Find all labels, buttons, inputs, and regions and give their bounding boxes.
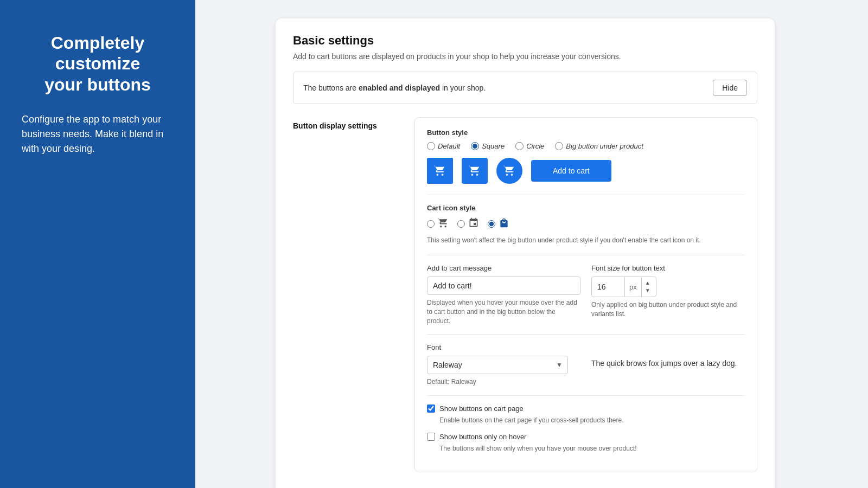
add-to-cart-message-hint: Displayed when you hover your mouse over… [427, 298, 580, 325]
cart-icon-2 [468, 217, 479, 230]
left-panel-description: Configure the app to match your business… [22, 112, 174, 156]
cart-icon-hint: This setting won't affect the big button… [427, 235, 745, 245]
font-select[interactable]: Raleway Arial Georgia Helvetica Verdana [427, 356, 568, 374]
radio-square[interactable]: Square [471, 142, 505, 150]
radio-circle-input[interactable] [515, 142, 524, 150]
settings-label: Button display settings [293, 117, 401, 472]
radio-big-button-input[interactable] [555, 142, 563, 150]
number-arrow-up[interactable]: ▲ [642, 279, 654, 287]
font-label: Font [427, 343, 580, 351]
cart-radio-3-input[interactable] [488, 220, 495, 228]
font-size-hint: Only applied on big button under product… [591, 300, 745, 319]
cart-icon-group [427, 217, 745, 230]
show-on-hover-checkbox[interactable] [427, 433, 435, 441]
font-row: Font Raleway Arial Georgia Helvetica Ver… [427, 343, 745, 387]
cart-radio-1[interactable] [427, 217, 449, 230]
btn-preview-square[interactable] [462, 158, 488, 184]
font-select-wrapper: Raleway Arial Georgia Helvetica Verdana … [427, 356, 568, 374]
page-title: Basic settings [293, 34, 757, 48]
show-on-cart-option: Show buttons on cart page [427, 404, 745, 413]
cart-icon-style-label: Cart icon style [427, 204, 745, 212]
radio-default-label: Default [438, 142, 460, 150]
show-on-hover-section: Show buttons only on hover The buttons w… [427, 433, 745, 453]
font-preview-col: The quick brows fox jumps over a lazy do… [591, 343, 745, 369]
button-previews: Add to cart [427, 158, 745, 184]
font-col: Font Raleway Arial Georgia Helvetica Ver… [427, 343, 580, 387]
show-on-cart-label[interactable]: Show buttons on cart page [439, 404, 524, 413]
cart-radio-2-input[interactable] [457, 220, 465, 228]
separator-4 [427, 395, 745, 396]
font-size-input[interactable] [592, 278, 624, 296]
add-to-cart-message-label: Add to cart message [427, 264, 580, 272]
cart-icon-square [469, 165, 481, 177]
add-to-cart-message-col: Add to cart message Displayed when you h… [427, 264, 580, 325]
font-size-input-wrapper: px ▲ ▼ [591, 277, 656, 297]
show-on-cart-checkbox[interactable] [427, 404, 435, 413]
font-size-col: Font size for button text px ▲ ▼ Only ap… [591, 264, 745, 325]
two-col-message-fontsize: Add to cart message Displayed when you h… [427, 264, 745, 325]
radio-circle[interactable]: Circle [515, 142, 544, 150]
number-arrow-down[interactable]: ▼ [642, 287, 654, 294]
radio-default-input[interactable] [427, 142, 435, 150]
show-on-cart-hint: Enable buttons on the cart page if you c… [439, 416, 745, 425]
cart-radio-1-input[interactable] [427, 220, 435, 228]
status-bar: The buttons are enabled and displayed in… [293, 72, 757, 104]
settings-content: Button style Default Square Circle [414, 117, 757, 472]
btn-preview-circle[interactable] [496, 158, 522, 184]
radio-square-label: Square [482, 142, 505, 150]
right-panel: Basic settings Add to cart buttons are d… [195, 0, 868, 488]
left-panel: Completely customize your buttons Config… [0, 0, 195, 488]
cart-icon-default [434, 165, 446, 177]
cart-icon-3 [499, 217, 509, 230]
button-style-radio-group: Default Square Circle Big button under p… [427, 142, 745, 150]
cart-icon-circle [503, 165, 515, 177]
main-card: Basic settings Add to cart buttons are d… [276, 18, 775, 488]
separator-3 [427, 334, 745, 335]
cart-icon-1 [438, 217, 449, 230]
show-on-hover-option: Show buttons only on hover [427, 433, 745, 441]
hide-button[interactable]: Hide [713, 80, 747, 96]
show-on-hover-hint: The buttons will show only when you have… [439, 444, 745, 453]
left-panel-heading: Completely customize your buttons [22, 33, 174, 95]
radio-circle-label: Circle [526, 142, 544, 150]
font-size-label: Font size for button text [591, 264, 745, 272]
cart-radio-2[interactable] [457, 217, 479, 230]
add-to-cart-message-input[interactable] [427, 277, 580, 295]
separator-1 [427, 195, 745, 195]
button-style-label: Button style [427, 129, 745, 137]
radio-big-button[interactable]: Big button under product [555, 142, 643, 150]
font-preview-text: The quick brows fox jumps over a lazy do… [591, 343, 745, 369]
separator-2 [427, 255, 745, 255]
btn-preview-default[interactable] [427, 158, 453, 184]
font-size-unit: px [624, 277, 642, 297]
radio-default[interactable]: Default [427, 142, 460, 150]
show-on-hover-label[interactable]: Show buttons only on hover [439, 433, 526, 441]
number-arrows: ▲ ▼ [642, 279, 654, 294]
status-text: The buttons are enabled and displayed in… [303, 84, 486, 92]
settings-row: Button display settings Button style Def… [293, 117, 757, 472]
font-default-label: Default: Raleway [427, 377, 580, 387]
cart-radio-3[interactable] [488, 217, 509, 230]
radio-square-input[interactable] [471, 142, 479, 150]
page-subtitle: Add to cart buttons are displayed on pro… [293, 52, 757, 61]
radio-big-button-label: Big button under product [566, 142, 643, 150]
show-on-cart-section: Show buttons on cart page Enable buttons… [427, 404, 745, 425]
btn-preview-big[interactable]: Add to cart [531, 160, 611, 182]
